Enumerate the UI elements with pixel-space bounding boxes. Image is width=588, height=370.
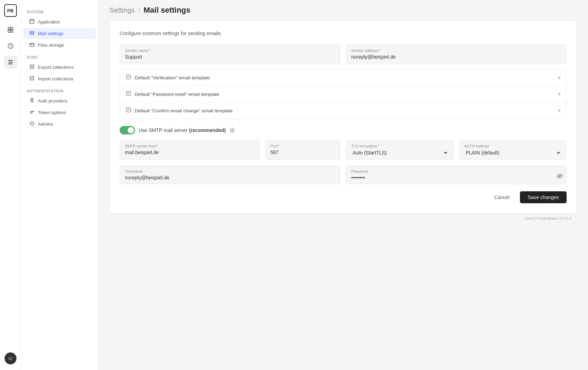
svg-rect-26 xyxy=(126,75,131,79)
sender-name-input[interactable] xyxy=(125,54,335,60)
chevron-down-icon-confirm-change: ▾ xyxy=(558,108,561,113)
accordion-item-confirm-change: Default "Confirm email change" email tem… xyxy=(120,103,566,119)
svg-rect-1 xyxy=(11,27,13,29)
breadcrumb-parent[interactable]: Settings xyxy=(109,6,135,14)
smtp-tls-label: TLS encryption* xyxy=(351,144,448,148)
sidebar-item-admins-label: Admins xyxy=(38,121,53,127)
accordion-item-password-reset: Default "Password reset" email template … xyxy=(120,86,566,103)
sidebar-item-files-storage-label: Files storage xyxy=(38,42,64,48)
card-description: Configure common settings for sending em… xyxy=(120,31,567,36)
svg-point-8 xyxy=(9,60,10,61)
accordion-header-confirm-change[interactable]: Default "Confirm email change" email tem… xyxy=(120,103,566,119)
smtp-password-input[interactable] xyxy=(351,175,552,180)
svg-rect-0 xyxy=(8,27,10,29)
nav-logs[interactable] xyxy=(4,39,17,53)
smtp-username-input[interactable] xyxy=(125,175,335,180)
smtp-port-input[interactable] xyxy=(270,150,335,155)
sidebar-item-auth-providers[interactable]: Auth providers xyxy=(23,95,96,106)
content-area: Configure common settings for sending em… xyxy=(98,20,588,370)
sidebar-item-admins[interactable]: Admins xyxy=(23,119,96,130)
sidebar-section-authentication: Authentication xyxy=(21,85,98,95)
svg-rect-14 xyxy=(30,43,34,46)
chevron-down-icon-password-reset: ▾ xyxy=(558,91,561,97)
breadcrumb-separator: / xyxy=(138,7,140,14)
template-icon-password-reset xyxy=(126,91,131,98)
sender-address-label: Sender address* xyxy=(351,48,561,53)
smtp-host-input[interactable] xyxy=(125,150,254,155)
app-logo[interactable]: PB xyxy=(4,4,17,17)
sender-row: Sender name* Sender address* xyxy=(120,45,567,64)
smtp-row-2: Username Password xyxy=(120,165,567,184)
mail-settings-icon xyxy=(29,31,35,37)
auth-providers-icon xyxy=(29,98,35,104)
files-storage-icon xyxy=(29,42,35,48)
template-icon-verification xyxy=(126,74,131,81)
sidebar-section-sync: Sync xyxy=(21,51,98,61)
nav-collections[interactable] xyxy=(4,23,17,37)
sidebar-item-token-options-label: Token options xyxy=(38,110,66,115)
smtp-auth-select[interactable]: PLAIN (default) LOGIN CRAM-MD5 xyxy=(465,150,562,156)
smtp-password-field: Password xyxy=(346,165,567,184)
svg-point-9 xyxy=(11,62,12,63)
smtp-port-field: Port* xyxy=(265,140,340,160)
settings-card: Configure common settings for sending em… xyxy=(109,20,577,213)
svg-rect-20 xyxy=(31,100,33,102)
application-icon xyxy=(29,19,35,25)
smtp-toggle[interactable] xyxy=(120,126,135,134)
footer-version: PocketBase v0.15.2 xyxy=(537,216,571,220)
app-footer: Docs | PocketBase v0.15.2 xyxy=(109,213,577,223)
svg-marker-25 xyxy=(30,122,34,125)
sidebar-item-import-label: Import collections xyxy=(38,76,73,81)
sidebar-item-mail-settings-label: Mail settings xyxy=(38,31,63,36)
smtp-tls-select[interactable]: Auto (StartTLS) TLS None xyxy=(351,150,448,156)
sidebar-item-mail-settings[interactable]: Mail settings xyxy=(23,28,96,39)
smtp-port-label: Port* xyxy=(270,144,335,148)
sidebar-item-files-storage[interactable]: Files storage xyxy=(23,40,96,51)
sidebar-item-auth-providers-label: Auth providers xyxy=(38,98,67,104)
smtp-info-icon[interactable]: i xyxy=(229,127,235,133)
smtp-toggle-label: Use SMTP mail server (recommended) xyxy=(139,127,226,133)
page-header: Settings / Mail settings xyxy=(98,0,588,20)
save-changes-button[interactable]: Save changes xyxy=(520,191,567,203)
toggle-knob xyxy=(128,127,134,133)
smtp-auth-field: AUTH method PLAIN (default) LOGIN CRAM-M… xyxy=(459,140,567,160)
sender-address-field: Sender address* xyxy=(346,45,567,64)
accordion-label-verification: Default "Verification" email template xyxy=(135,75,555,80)
sidebar: System Application Mail settings Files s… xyxy=(21,0,98,370)
svg-rect-3 xyxy=(11,30,13,32)
smtp-host-field: SMTP server host* xyxy=(120,140,260,160)
svg-point-10 xyxy=(9,64,10,65)
token-options-icon xyxy=(29,110,35,115)
svg-rect-29 xyxy=(126,91,131,95)
chevron-down-icon-verification: ▾ xyxy=(558,75,561,80)
email-templates-accordion: Default "Verification" email template ▾ … xyxy=(120,69,567,119)
nav-settings[interactable] xyxy=(4,55,17,69)
accordion-label-password-reset: Default "Password reset" email template xyxy=(135,92,555,97)
sender-name-field: Sender name* xyxy=(120,45,340,64)
smtp-password-label: Password xyxy=(351,169,561,173)
sender-address-input[interactable] xyxy=(351,54,561,60)
smtp-toggle-row: Use SMTP mail server (recommended) i xyxy=(120,126,567,134)
sidebar-item-application[interactable]: Application xyxy=(23,16,96,27)
smtp-tls-field: TLS encryption* Auto (StartTLS) TLS None xyxy=(346,140,454,160)
svg-rect-32 xyxy=(126,108,131,112)
template-icon-confirm-change xyxy=(126,107,131,114)
sender-name-label: Sender name* xyxy=(125,48,335,53)
sidebar-item-export-label: Export collections xyxy=(38,65,74,70)
user-avatar[interactable]: ☺ xyxy=(5,352,16,364)
export-icon xyxy=(29,64,35,70)
accordion-header-verification[interactable]: Default "Verification" email template ▾ xyxy=(120,70,566,86)
svg-point-21 xyxy=(31,112,32,113)
svg-rect-2 xyxy=(8,30,10,32)
action-row: Cancel Save changes xyxy=(120,191,567,203)
main-content: Settings / Mail settings Configure commo… xyxy=(98,0,588,370)
accordion-item-verification: Default "Verification" email template ▾ xyxy=(120,70,566,86)
password-toggle-visibility-button[interactable] xyxy=(556,173,563,180)
sidebar-item-application-label: Application xyxy=(38,19,60,25)
footer-docs-link[interactable]: Docs xyxy=(525,216,534,220)
cancel-button[interactable]: Cancel xyxy=(488,191,516,203)
accordion-header-password-reset[interactable]: Default "Password reset" email template … xyxy=(120,86,566,102)
sidebar-item-token-options[interactable]: Token options xyxy=(23,107,96,118)
sidebar-item-import-collections[interactable]: Import collections xyxy=(23,73,96,84)
sidebar-item-export-collections[interactable]: Export collections xyxy=(23,62,96,73)
